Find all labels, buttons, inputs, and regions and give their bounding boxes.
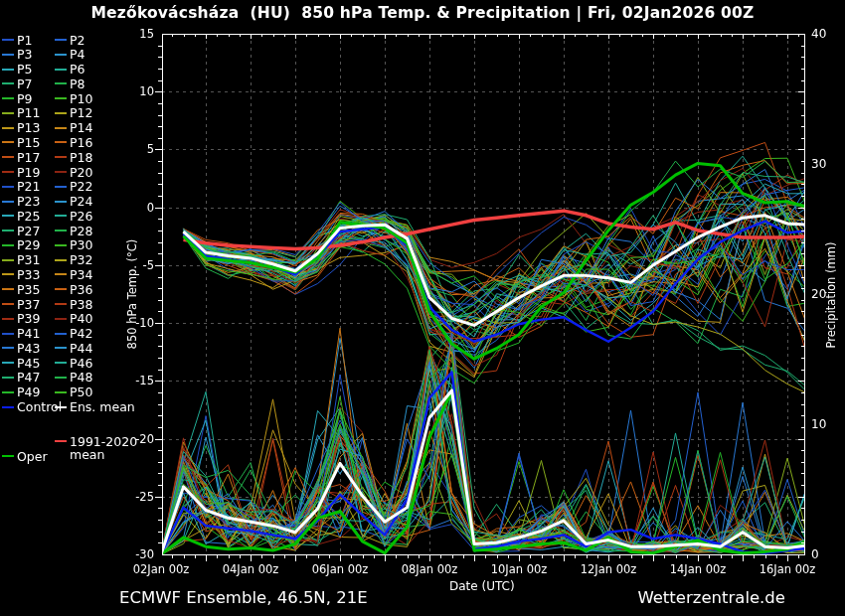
legend-member-p30-label: P30 [70,238,92,251]
legend-member-p23: P23 [2,195,40,209]
precip-tick-label: 30 [811,157,826,171]
legend-member-p40-label: P40 [70,312,92,325]
legend-member-p34-label: P34 [70,268,92,281]
legend-member-p50: P50 [55,385,92,399]
legend-member-p17-label: P17 [17,151,40,164]
legend-member-p12: P12 [55,106,92,120]
date-tick-label: 02Jan 00z [126,562,196,576]
legend-member-p37-label: P37 [17,298,40,311]
legend-member-p45-swatch [2,362,14,364]
legend-member-p15-swatch [2,141,14,143]
legend-member-p14: P14 [55,121,92,135]
legend-member-p27-label: P27 [17,225,40,237]
legend-member-p3-label: P3 [17,48,33,61]
legend-member-p11: P11 [2,106,40,120]
legend-member-p44-swatch [55,347,67,349]
temp-tick-label: -20 [107,432,154,446]
legend-member-p7-label: P7 [17,77,33,90]
legend-member-p18-label: P18 [70,151,92,164]
legend-member-p5: P5 [2,63,33,77]
legend-member-p16-label: P16 [70,136,92,149]
station-caption: ECMWF Ensemble, 46.5N, 21E [119,588,368,607]
right-axis-title: Precipitation (mm) [824,213,838,378]
chart-title: Mezőkovácsháza (HU) 850 hPa Temp. & Prec… [0,4,845,22]
legend-member-p47-label: P47 [17,371,40,384]
legend-member-p33-swatch [2,273,14,275]
legend-member-p23-swatch [2,201,14,203]
legend-member-p19-label: P19 [17,166,40,179]
temp-tick-label: 10 [107,84,154,98]
legend-member-p30-swatch [55,244,67,246]
legend-member-p24-label: P24 [70,195,92,208]
legend-member-p44-label: P44 [70,342,92,355]
temp-tick-label: 5 [107,142,154,156]
legend-member-p39-label: P39 [17,312,40,325]
legend-member-p8-swatch [55,82,67,84]
legend-member-p29: P29 [2,238,40,252]
left-axis-title: 850 hPa Temp. (°C) [125,212,139,377]
legend-member-p30: P30 [55,238,92,252]
legend-member-p17: P17 [2,150,40,164]
legend-member-p31-label: P31 [17,253,40,266]
legend-member-p20: P20 [55,165,92,179]
legend-member-p10: P10 [55,91,92,105]
legend-control-swatch [2,406,14,408]
meteogram-chart: Mezőkovácsháza (HU) 850 hPa Temp. & Prec… [0,0,845,616]
legend-member-p35-label: P35 [17,283,40,296]
date-tick-label: 06Jan 00z [305,562,375,576]
legend-member-p32-swatch [55,259,67,261]
legend-member-p28-swatch [55,230,67,231]
legend-member-p3: P3 [2,48,33,62]
legend-member-p34: P34 [55,267,92,281]
precip-tick-label: 0 [811,547,819,561]
legend-member-p13-label: P13 [17,121,40,134]
legend-ens-mean: Ens. mean [55,400,135,414]
legend-member-p20-swatch [55,171,67,173]
legend-member-p42-label: P42 [70,327,92,340]
legend-member-p35-swatch [2,288,14,290]
legend-member-p37-swatch [2,303,14,305]
legend-member-p14-swatch [55,127,67,129]
legend-member-p29-label: P29 [17,238,40,251]
legend-member-p25-label: P25 [17,210,40,223]
legend-member-p45-label: P45 [17,357,40,370]
legend-member-p31: P31 [2,253,40,267]
legend-member-p42: P42 [55,327,92,341]
legend-member-p49-label: P49 [17,385,40,398]
date-tick-label: 10Jan 00z [484,562,554,576]
legend-member-p25-swatch [2,215,14,217]
legend-member-p23-label: P23 [17,195,40,208]
legend-member-p46: P46 [55,356,92,370]
legend-member-p29-swatch [2,244,14,246]
legend-member-p12-label: P12 [70,106,92,119]
legend-member-p35: P35 [2,282,40,296]
temp-tick-label: -30 [107,547,154,561]
legend-member-p12-swatch [55,112,67,114]
legend-member-p39-swatch [2,318,14,320]
date-tick-label: 08Jan 00z [395,562,464,576]
legend-oper-swatch [2,455,14,457]
legend-member-p32-label: P32 [70,253,92,266]
legend-member-p22-label: P22 [70,180,92,193]
legend-member-p4-label: P4 [70,48,85,61]
legend-member-p50-swatch [55,391,67,393]
legend-member-p34-swatch [55,273,67,275]
legend-member-p26-label: P26 [70,210,92,223]
legend-member-p37: P37 [2,297,40,311]
legend-member-p9-label: P9 [17,92,33,105]
temp-tick-label: -25 [107,490,154,504]
legend-member-p6-swatch [55,69,67,71]
legend-member-p41: P41 [2,327,40,341]
legend-member-p16-swatch [55,141,67,143]
date-tick-label: 16Jan 00z [753,562,822,576]
legend-member-p26-swatch [55,215,67,217]
legend-member-p28: P28 [55,224,92,237]
legend-member-p38-swatch [55,303,67,305]
legend-member-p11-swatch [2,112,14,114]
legend-member-p46-swatch [55,362,67,364]
legend-member-p13-swatch [2,127,14,129]
legend-member-p21: P21 [2,180,40,194]
legend-member-p47-swatch [2,377,14,379]
legend-member-p14-label: P14 [70,121,92,134]
legend-member-p36: P36 [55,282,92,296]
